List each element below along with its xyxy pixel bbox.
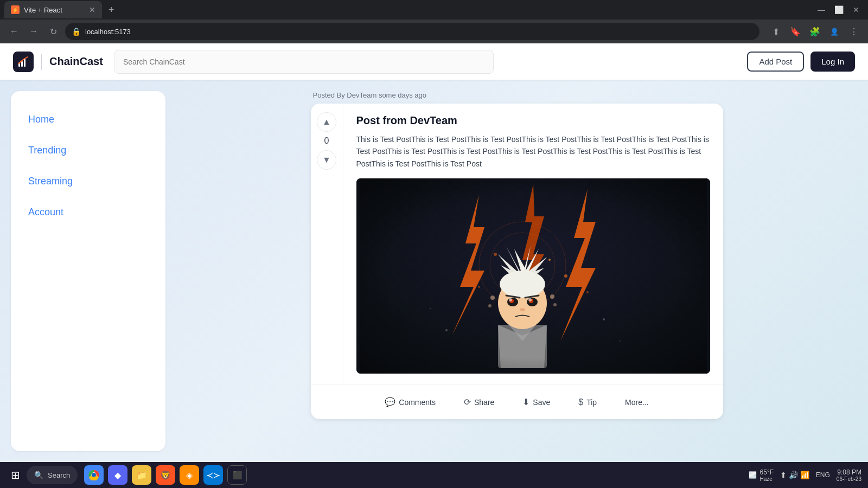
search-bar[interactable] [114,50,494,74]
sidebar-item-trending[interactable]: Trending [11,135,165,166]
taskbar-app-chrome[interactable] [84,465,104,485]
start-button[interactable]: ⊞ [7,466,24,484]
share-label: Share [474,398,494,407]
lang-indicator: ENG [816,471,830,479]
secure-icon: 🔒 [72,27,81,36]
taskbar-app-terminal[interactable]: ⬛ [227,465,247,485]
login-button[interactable]: Log In [810,52,855,72]
comments-action[interactable]: 💬 Comments [379,394,441,410]
logo-area: ChainCast [13,52,103,72]
logo-icon [13,52,34,72]
taskbar-app-explorer[interactable]: 📁 [132,465,151,485]
taskbar-app-purple[interactable]: ◆ [108,465,127,485]
weather-info: 🌫️ 65°F Haze [749,468,774,482]
back-button[interactable]: ← [7,24,22,39]
save-action[interactable]: ⬇ Save [517,394,556,410]
vote-column: ▲ 0 ▼ [311,104,343,384]
more-label: More... [625,398,649,407]
taskbar-search-label: Search [48,471,70,479]
downvote-button[interactable]: ▼ [317,150,336,170]
add-post-button[interactable]: Add Post [747,52,804,72]
save-label: Save [533,398,550,407]
share-action[interactable]: ⟳ Share [458,394,500,410]
post-content: Post from DevTeam This is Test PostThis … [343,104,723,384]
taskbar-app-orange[interactable]: ◈ [180,465,199,485]
post-wrapper: Posted By DevTeam some days ago ▲ 0 ▼ Po… [311,91,723,451]
tip-label: Tip [586,398,597,407]
browser-chrome: ⚡ Vite + React ✕ + — ⬜ ✕ ← → ↻ 🔒 localho… [0,0,868,43]
post-image-inner [356,178,710,374]
tab-label: Vite + React [24,6,62,14]
app-header: ChainCast Add Post Log In [0,43,868,80]
logo-text: ChainCast [49,55,103,68]
taskbar-right: 🌫️ 65°F Haze ⬆ 🔊 📶 ENG 9:08 PM 06-Feb-23 [749,468,861,482]
new-tab-button[interactable]: + [104,2,119,18]
close-button[interactable]: ✕ [848,2,864,17]
svg-point-50 [92,473,96,477]
sidebar-item-account[interactable]: Account [11,197,165,228]
tip-action[interactable]: $ Tip [573,394,602,410]
taskbar: ⊞ 🔍 Search ◆ 📁 🦁 ◈ ≺≻ [0,462,868,488]
taskbar-app-brave[interactable]: 🦁 [156,465,175,485]
address-bar[interactable]: 🔒 localhost:5173 [65,23,760,40]
browser-nav: ← → ↻ 🔒 localhost:5173 ⬆ 🔖 🧩 👤 ⋮ [0,20,868,43]
system-icons: ⬆ 🔊 📶 [780,471,809,479]
restore-button[interactable]: ⬜ [831,2,846,17]
temperature: 65°F [760,468,774,476]
post-actions: 💬 Comments ⟳ Share ⬇ Save $ [311,384,723,419]
svg-rect-0 [18,63,20,67]
main-layout: Home Trending Streaming Account Posted B… [0,80,868,462]
profile-icon[interactable]: 👤 [827,24,842,39]
save-icon: ⬇ [522,397,529,407]
taskbar-search[interactable]: 🔍 Search [27,466,78,484]
post-image [356,178,710,374]
weather-icon: 🌫️ [749,471,757,479]
sidebar-item-home[interactable]: Home [11,104,165,135]
minimize-button[interactable]: — [814,2,829,17]
upvote-button[interactable]: ▲ [317,112,336,132]
svg-rect-2 [24,59,25,67]
sidebar: Home Trending Streaming Account [11,91,165,451]
more-action[interactable]: More... [620,395,654,410]
nav-actions: ⬆ 🔖 🧩 👤 ⋮ [768,24,861,39]
weather-desc: Haze [760,476,774,482]
tab-close-button[interactable]: ✕ [89,5,95,14]
post-meta: Posted By DevTeam some days ago [311,91,723,99]
tip-icon: $ [578,397,583,407]
date-display: 06-Feb-23 [837,476,861,482]
post-inner: ▲ 0 ▼ Post from DevTeam This is Test Pos… [311,104,723,384]
post-card: ▲ 0 ▼ Post from DevTeam This is Test Pos… [311,104,723,419]
content-area: Posted By DevTeam some days ago ▲ 0 ▼ Po… [176,91,857,451]
svg-rect-1 [21,61,23,67]
tab-favicon: ⚡ [11,5,20,14]
tab-bar: ⚡ Vite + React ✕ + — ⬜ ✕ [0,0,868,20]
logo-divider [41,54,42,70]
post-title: Post from DevTeam [356,114,710,127]
share-icon[interactable]: ⬆ [768,24,783,39]
url-text: localhost:5173 [85,28,131,36]
header-actions: Add Post Log In [747,52,855,72]
reload-button[interactable]: ↻ [46,24,61,39]
search-input[interactable] [123,57,484,66]
vote-count: 0 [324,136,329,146]
taskbar-app-vscode[interactable]: ≺≻ [203,465,223,485]
extensions-icon[interactable]: 🧩 [807,24,822,39]
svg-rect-48 [360,178,707,374]
post-body: This is Test PostThis is Test PostThis i… [356,133,710,170]
share-icon: ⟳ [464,397,471,407]
comments-label: Comments [399,398,436,407]
app-content: ChainCast Add Post Log In Home Trending … [0,43,868,462]
time-display: 9:08 PM [837,468,861,476]
bookmark-icon[interactable]: 🔖 [788,24,803,39]
settings-icon[interactable]: ⋮ [846,24,861,39]
taskbar-apps: ◆ 📁 🦁 ◈ ≺≻ ⬛ [84,465,247,485]
taskbar-time: 9:08 PM 06-Feb-23 [837,468,861,482]
sidebar-item-streaming[interactable]: Streaming [11,166,165,197]
search-icon: 🔍 [34,471,43,479]
active-tab[interactable]: ⚡ Vite + React ✕ [4,1,102,18]
forward-button[interactable]: → [26,24,41,39]
comments-icon: 💬 [385,397,395,407]
weather-text: 65°F Haze [760,468,774,482]
